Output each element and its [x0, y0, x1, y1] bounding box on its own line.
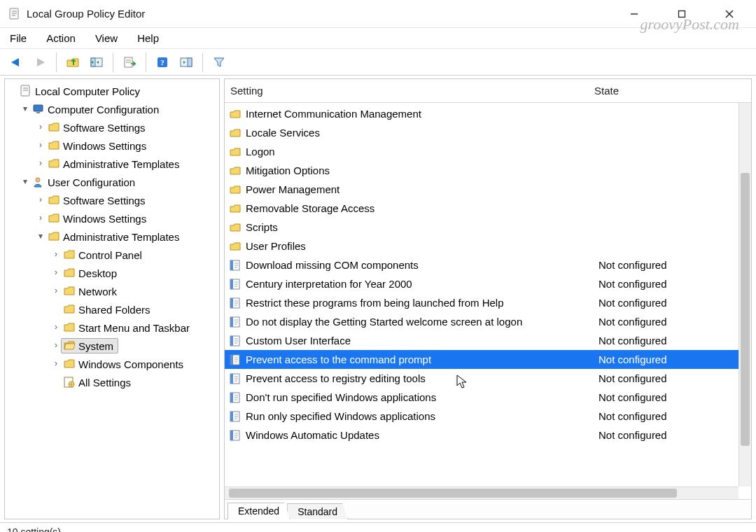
list-row[interactable]: Run only specified Windows applicationsN…	[225, 407, 751, 426]
tree-admin-templates[interactable]: ▾Administrative Templates	[5, 227, 219, 246]
folder-icon	[63, 303, 76, 316]
vertical-scrollbar[interactable]	[738, 103, 751, 486]
back-button[interactable]	[6, 52, 27, 73]
tree-item[interactable]: ›Administrative Templates	[5, 155, 219, 173]
user-icon	[32, 176, 45, 188]
chevron-right-icon[interactable]: ›	[36, 122, 46, 132]
list-row[interactable]: Restrict these programs from being launc…	[225, 293, 751, 312]
chevron-right-icon[interactable]: ›	[51, 340, 61, 350]
menu-file[interactable]: File	[10, 32, 27, 44]
scrollbar-thumb[interactable]	[741, 173, 750, 446]
tree-root[interactable]: Local Computer Policy	[5, 82, 219, 100]
tree-item[interactable]: ›Windows Settings	[5, 136, 219, 155]
tree-item[interactable]: ›Software Settings	[5, 191, 219, 209]
list-row-folder[interactable]: Power Management	[225, 180, 751, 199]
tree-item[interactable]: ›Windows Settings	[5, 209, 219, 227]
tree-item[interactable]: ›Software Settings	[5, 118, 219, 136]
setting-icon	[229, 410, 241, 423]
tree-label: Windows Components	[78, 358, 183, 370]
tab-standard[interactable]: Standard	[287, 503, 348, 519]
tree-label: Administrative Templates	[63, 231, 179, 243]
minimize-button[interactable]	[619, 4, 650, 24]
column-setting[interactable]: Setting	[230, 85, 587, 97]
chevron-right-icon[interactable]: ›	[51, 249, 61, 259]
chevron-right-icon[interactable]: ›	[36, 140, 46, 150]
chevron-right-icon[interactable]: ›	[36, 195, 46, 204]
setting-state: Not configured	[596, 354, 751, 365]
setting-icon	[229, 354, 241, 366]
chevron-right-icon[interactable]: ›	[51, 286, 61, 295]
setting-name: User Profiles	[246, 240, 596, 252]
setting-name: Power Management	[246, 183, 596, 195]
list-row[interactable]: Download missing COM componentsNot confi…	[225, 255, 751, 274]
column-state[interactable]: State	[587, 85, 751, 97]
list-row-folder[interactable]: Scripts	[225, 218, 751, 237]
list-row-selected[interactable]: Prevent access to the command promptNot …	[225, 350, 751, 369]
list-header[interactable]: Setting State	[225, 79, 751, 103]
tree-item[interactable]: ›Control Panel	[5, 246, 219, 264]
list-row-folder[interactable]: Internet Communication Management	[225, 104, 751, 123]
list-row-folder[interactable]: Mitigation Options	[225, 161, 751, 180]
tree-item[interactable]: ›Desktop	[5, 264, 219, 282]
tree-item[interactable]: ›Windows Components	[5, 355, 219, 373]
list-row[interactable]: Windows Automatic UpdatesNot configured	[225, 426, 751, 444]
folder-icon	[48, 230, 60, 243]
list-row[interactable]: Custom User InterfaceNot configured	[225, 331, 751, 350]
tree-label: Control Panel	[78, 249, 142, 261]
scrollbar-thumb[interactable]	[229, 489, 677, 498]
svg-rect-46	[230, 336, 233, 346]
list-row-folder[interactable]: Locale Services	[225, 123, 751, 142]
tree-label: System	[78, 340, 113, 352]
list-row-folder[interactable]: Logon	[225, 142, 751, 161]
list-row[interactable]: Prevent access to registry editing tools…	[225, 369, 751, 388]
setting-name: Locale Services	[246, 127, 596, 139]
forward-button[interactable]	[29, 52, 50, 73]
close-button[interactable]	[714, 4, 745, 24]
folder-open-icon	[63, 340, 76, 352]
tree-item[interactable]: ›Network	[5, 282, 219, 300]
menu-help[interactable]: Help	[137, 32, 159, 44]
setting-name: Mitigation Options	[246, 164, 596, 176]
policy-icon	[20, 85, 32, 97]
tree-item[interactable]: ›Start Menu and Taskbar	[5, 318, 219, 337]
tab-extended[interactable]: Extended	[227, 503, 290, 519]
menu-view[interactable]: View	[95, 32, 118, 44]
setting-icon	[229, 335, 241, 347]
chevron-down-icon[interactable]: ▾	[36, 231, 46, 241]
list-body[interactable]: Internet Communication ManagementLocale …	[225, 103, 751, 444]
up-one-level-button[interactable]	[62, 52, 83, 73]
tree-item[interactable]: Shared Folders	[5, 300, 219, 318]
tree-label: Shared Folders	[78, 304, 150, 316]
show-hide-action-pane-button[interactable]	[176, 52, 197, 73]
tree-item-all-settings[interactable]: All Settings	[5, 373, 219, 391]
maximize-button[interactable]	[666, 4, 697, 24]
chevron-right-icon[interactable]: ›	[36, 158, 46, 168]
export-list-button[interactable]	[119, 52, 140, 73]
filter-button[interactable]	[209, 52, 230, 73]
setting-state: Not configured	[596, 410, 751, 422]
chevron-down-icon[interactable]: ▾	[20, 104, 30, 113]
tree-computer-config[interactable]: ▾ Computer Configuration	[5, 100, 219, 118]
menubar: File Action View Help	[0, 28, 756, 49]
setting-name: Logon	[246, 146, 596, 158]
show-hide-console-tree-button[interactable]	[86, 52, 107, 73]
chevron-right-icon[interactable]: ›	[51, 267, 61, 277]
list-row-folder[interactable]: User Profiles	[225, 237, 751, 255]
list-row[interactable]: Century interpretation for Year 2000Not …	[225, 274, 751, 293]
chevron-right-icon[interactable]: ›	[36, 213, 46, 223]
list-row[interactable]: Do not display the Getting Started welco…	[225, 312, 751, 331]
list-row[interactable]: Don't run specified Windows applications…	[225, 388, 751, 407]
chevron-down-icon[interactable]: ▾	[20, 176, 30, 186]
tree-user-config[interactable]: ▾ User Configuration	[5, 173, 219, 191]
setting-name: Restrict these programs from being launc…	[246, 297, 596, 309]
tree-item-system[interactable]: ›System	[5, 337, 219, 355]
chevron-right-icon[interactable]: ›	[51, 322, 61, 332]
horizontal-scrollbar[interactable]	[225, 486, 738, 499]
list-row-folder[interactable]: Removable Storage Access	[225, 199, 751, 218]
folder-icon	[63, 358, 76, 370]
menu-action[interactable]: Action	[46, 32, 76, 44]
help-button[interactable]: ?	[152, 52, 173, 73]
folder-icon	[63, 248, 76, 261]
chevron-right-icon[interactable]: ›	[51, 358, 61, 368]
console-tree[interactable]: Local Computer Policy ▾ Computer Configu…	[4, 78, 220, 519]
